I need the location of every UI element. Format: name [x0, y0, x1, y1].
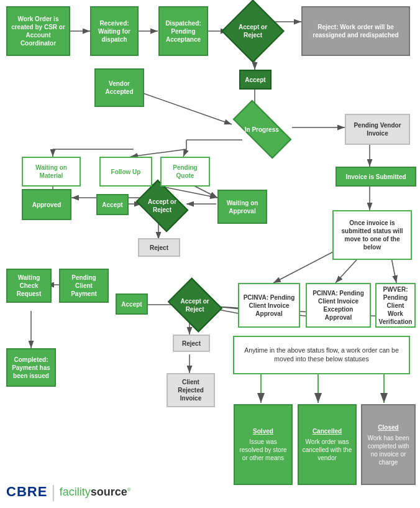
in-progress-box: In Progress: [233, 100, 292, 159]
pending-client-payment-box: Pending Client Payment: [59, 269, 109, 303]
pending-vendor-invoice-box: Pending Vendor Invoice: [345, 114, 410, 145]
accept-reject-2-wrap: Accept or Reject: [138, 188, 186, 223]
work-order-box: Work Order is created by CSR or Account …: [6, 6, 70, 56]
waiting-approval-box: Waiting on Approval: [217, 190, 267, 224]
logo-area: CBRE | facilitysource®: [6, 482, 131, 502]
in-progress-wrap: In Progress: [232, 114, 293, 145]
accept-reject-1-label: Accept or Reject: [232, 21, 274, 42]
invoice-note-box: Once invoice is submitted status will mo…: [332, 210, 412, 260]
waiting-material-box: Waiting on Material: [22, 157, 81, 187]
cancelled-box: Cancelled Work order was cancelled with …: [298, 404, 357, 485]
pcinva2-box: PCINVA: Pending Client Invoice Exception…: [306, 283, 371, 328]
pwver-box: PWVER: Pending Client Work Verification: [375, 283, 416, 328]
client-rejected-box: Client Rejected Invoice: [167, 373, 215, 407]
approved-box: Approved: [22, 189, 71, 220]
accept-reject-3-box: Accept or Reject: [168, 277, 222, 332]
received-box: Received: Waiting for dispatch: [90, 6, 139, 56]
vendor-accepted-box: Vendor Accepted: [94, 68, 144, 107]
logo-facilitysource: facilitysource®: [60, 486, 131, 499]
follow-up-box: Follow Up: [99, 157, 152, 187]
accept-reject-2-box: Accept or Reject: [136, 179, 189, 232]
accept-3-box: Accept: [116, 293, 148, 315]
reject-1-box: Reject: Work order will be reassigned an…: [301, 6, 410, 56]
pcinva-box: PCINVA: Pending Client Invoice Approval: [238, 283, 300, 328]
accept-1-box: Accept: [239, 70, 272, 90]
dispatched-box: Dispatched: Pending Acceptance: [158, 6, 208, 56]
pending-quote-box: Pending Quote: [160, 157, 210, 187]
diagram-container: Work Order is created by CSR or Account …: [0, 0, 420, 508]
accept-reject-1-wrap: Accept or Reject: [228, 6, 278, 56]
reject-2-box: Reject: [138, 238, 180, 257]
reject-3-box: Reject: [173, 335, 210, 352]
solved-box: Solved Issue was resolved by store or ot…: [234, 404, 293, 485]
svg-line-16: [183, 149, 186, 157]
accept-reject-3-wrap: Accept or Reject: [171, 286, 219, 323]
accept-2-box: Accept: [96, 194, 129, 215]
svg-line-15: [130, 149, 186, 157]
svg-line-7: [138, 91, 232, 124]
waiting-check-box: Waiting Check Request: [6, 269, 52, 303]
anytime-note-box: Anytime in the above status flow, a work…: [233, 336, 410, 374]
closed-box: Closed Work has been completed with no i…: [361, 404, 416, 485]
logo-sep: |: [51, 482, 55, 502]
accept-reject-1-box: Accept or Reject: [221, 0, 285, 63]
completed-box: Completed: Payment has been issued: [6, 348, 56, 387]
invoice-submitted-box: Invoice is Submitted: [336, 167, 416, 187]
logo-cbre: CBRE: [6, 484, 47, 500]
